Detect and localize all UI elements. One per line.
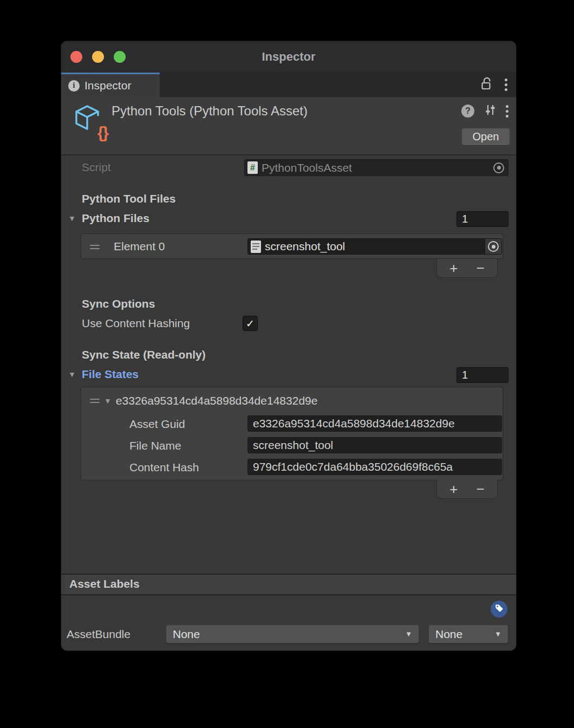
script-object-field[interactable]: # PythonToolsAsset — [244, 159, 508, 176]
asset-labels-bar: Asset Labels — [61, 574, 516, 595]
assetbundle-dropdown[interactable]: None ▼ — [166, 625, 419, 644]
add-element-button[interactable]: + — [449, 261, 458, 275]
sync-state-header: Sync State (Read-only) — [82, 348, 206, 361]
braces-icon: {} — [97, 125, 108, 141]
unlock-icon[interactable] — [480, 76, 493, 94]
assetbundle-variant-dropdown[interactable]: None ▼ — [428, 625, 508, 644]
python-files-foldout-label[interactable]: Python Files — [82, 212, 149, 225]
python-files-foldout-icon[interactable]: ▼ — [68, 214, 76, 223]
component-menu-kebab-icon[interactable] — [506, 105, 508, 118]
file-state-guid-header[interactable]: e3326a95314cd4a5898d34de14832d9e — [116, 394, 318, 407]
use-content-hashing-label: Use Content Hashing — [82, 317, 190, 330]
window-title: Inspector — [61, 41, 516, 73]
element-0-label: Element 0 — [114, 240, 165, 253]
open-button[interactable]: Open — [462, 128, 510, 145]
tab-inspector[interactable]: i Inspector — [61, 73, 160, 97]
desktop: Inspector i Inspector — [0, 0, 574, 728]
use-content-hashing-checkbox[interactable]: ✓ — [243, 316, 258, 331]
remove-file-state-button[interactable]: − — [477, 482, 485, 496]
asset-guid-label: Asset Guid — [129, 418, 185, 431]
file-states-count-field[interactable]: 1 — [456, 367, 508, 383]
asset-labels-header: Asset Labels — [69, 577, 140, 590]
element-0-value: screenshot_tool — [265, 240, 345, 253]
tab-menu-kebab-icon[interactable] — [505, 79, 507, 91]
tab-strip: i Inspector — [61, 73, 516, 97]
file-state-item: ▼ e3326a95314cd4a5898d34de14832d9e Asset… — [81, 387, 503, 480]
content-hash-label: Content Hash — [129, 461, 199, 474]
assetbundle-value: None — [173, 628, 200, 641]
python-files-count-field[interactable]: 1 — [456, 211, 508, 227]
script-object-picker-icon[interactable] — [493, 162, 504, 173]
presets-icon[interactable] — [484, 103, 497, 119]
element-0-object-picker-icon[interactable] — [488, 241, 499, 252]
python-files-list-footer: + − — [436, 259, 498, 278]
add-file-state-button[interactable]: + — [449, 482, 458, 496]
file-state-foldout-icon[interactable]: ▼ — [104, 396, 112, 405]
asset-label-tag-button[interactable] — [491, 601, 507, 618]
content-hash-field[interactable]: 979cf1cde0c7da64bba35026d69f8c65a — [247, 459, 502, 475]
chevron-down-icon: ▼ — [494, 630, 501, 638]
file-states-foldout-icon[interactable]: ▼ — [68, 370, 76, 379]
sync-options-header: Sync Options — [82, 297, 155, 310]
checkmark-icon: ✓ — [246, 317, 255, 330]
chevron-down-icon: ▼ — [405, 630, 412, 638]
file-states-foldout-label[interactable]: File States — [82, 368, 139, 381]
asset-guid-field[interactable]: e3326a95314cd4a5898d34de14832d9e — [247, 415, 502, 432]
csharp-script-icon: # — [247, 161, 258, 174]
text-asset-icon — [251, 240, 261, 253]
help-icon[interactable]: ? — [461, 105, 474, 118]
assetbundle-label: AssetBundle — [67, 628, 131, 641]
assetbundle-variant-value: None — [435, 628, 462, 641]
script-label: Script — [82, 161, 111, 174]
python-tool-files-header: Python Tool Files — [82, 192, 175, 205]
tab-label: Inspector — [84, 79, 131, 92]
python-files-list: Element 0 screenshot_tool — [81, 233, 503, 259]
element-0-object-field[interactable]: screenshot_tool — [247, 238, 502, 255]
info-icon: i — [68, 80, 80, 92]
tag-icon — [494, 603, 504, 615]
file-states-list-footer: + − — [436, 480, 498, 499]
file-name-field[interactable]: screenshot_tool — [247, 437, 502, 453]
file-name-label: File Name — [129, 439, 181, 452]
drag-handle-icon[interactable] — [90, 396, 100, 405]
python-tools-asset-icon: {} — [73, 103, 107, 139]
drag-handle-icon[interactable] — [90, 243, 100, 251]
inspector-window: Inspector i Inspector — [61, 41, 517, 651]
component-header: {} Python Tools (Python Tools Asset) ? O… — [61, 97, 516, 155]
remove-element-button[interactable]: − — [477, 261, 485, 275]
component-title: Python Tools (Python Tools Asset) — [112, 103, 308, 119]
script-field-value: PythonToolsAsset — [262, 161, 352, 174]
titlebar: Inspector — [61, 41, 516, 73]
